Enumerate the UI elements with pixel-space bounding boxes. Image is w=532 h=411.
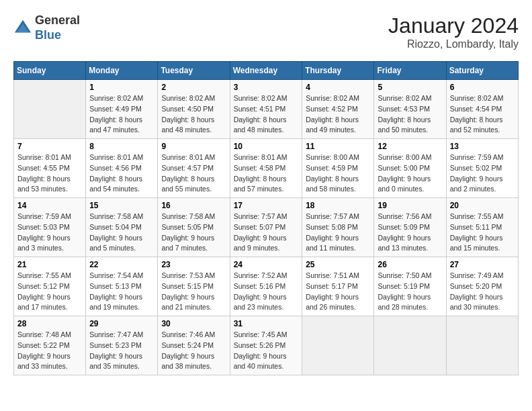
day-number: 31 (234, 319, 299, 328)
day-info: Sunrise: 7:56 AMSunset: 5:09 PMDaylight:… (378, 212, 442, 254)
day-number: 20 (450, 201, 515, 210)
calendar-cell: 22Sunrise: 7:54 AMSunset: 5:13 PMDayligh… (86, 257, 158, 316)
day-info: Sunrise: 7:49 AMSunset: 5:20 PMDaylight:… (450, 271, 515, 313)
day-number: 4 (306, 83, 370, 92)
calendar-cell (446, 316, 518, 375)
day-number: 3 (234, 83, 299, 92)
logo-blue-text: Blue (35, 28, 80, 43)
day-info: Sunrise: 7:57 AMSunset: 5:07 PMDaylight:… (234, 212, 299, 254)
day-number: 1 (89, 83, 154, 92)
calendar-cell (374, 316, 446, 375)
calendar-cell: 11Sunrise: 8:00 AMSunset: 4:59 PMDayligh… (302, 139, 374, 198)
calendar-cell: 18Sunrise: 7:57 AMSunset: 5:08 PMDayligh… (302, 198, 374, 257)
calendar-cell: 24Sunrise: 7:52 AMSunset: 5:16 PMDayligh… (230, 257, 302, 316)
day-number: 15 (89, 201, 154, 210)
calendar-week-4: 21Sunrise: 7:55 AMSunset: 5:12 PMDayligh… (14, 257, 519, 316)
page-header: General Blue January 2024 Riozzo, Lombar… (13, 13, 519, 50)
day-number: 2 (161, 83, 226, 92)
calendar-cell: 5Sunrise: 8:02 AMSunset: 4:53 PMDaylight… (374, 80, 446, 139)
day-number: 23 (161, 260, 226, 269)
calendar-cell: 6Sunrise: 8:02 AMSunset: 4:54 PMDaylight… (446, 80, 518, 139)
day-info: Sunrise: 7:58 AMSunset: 5:04 PMDaylight:… (89, 212, 154, 254)
day-info: Sunrise: 8:00 AMSunset: 5:00 PMDaylight:… (378, 152, 442, 195)
day-number: 24 (234, 260, 299, 269)
calendar-cell: 9Sunrise: 8:01 AMSunset: 4:57 PMDaylight… (158, 139, 230, 198)
day-info: Sunrise: 7:59 AMSunset: 5:03 PMDaylight:… (17, 212, 82, 254)
calendar-cell: 15Sunrise: 7:58 AMSunset: 5:04 PMDayligh… (86, 198, 158, 257)
day-number: 18 (306, 201, 370, 210)
day-number: 30 (161, 319, 226, 328)
calendar-cell: 4Sunrise: 8:02 AMSunset: 4:52 PMDaylight… (302, 80, 374, 139)
day-info: Sunrise: 8:01 AMSunset: 4:55 PMDaylight:… (17, 152, 82, 195)
day-info: Sunrise: 7:45 AMSunset: 5:26 PMDaylight:… (234, 330, 299, 372)
calendar-cell: 12Sunrise: 8:00 AMSunset: 5:00 PMDayligh… (374, 139, 446, 198)
calendar-cell: 19Sunrise: 7:56 AMSunset: 5:09 PMDayligh… (374, 198, 446, 257)
calendar-cell: 31Sunrise: 7:45 AMSunset: 5:26 PMDayligh… (230, 316, 302, 375)
day-number: 12 (378, 142, 442, 151)
day-number: 27 (450, 260, 515, 269)
calendar-cell: 16Sunrise: 7:58 AMSunset: 5:05 PMDayligh… (158, 198, 230, 257)
logo-general-text: General (35, 13, 80, 28)
calendar-cell (302, 316, 374, 375)
day-number: 21 (17, 260, 82, 269)
calendar-header-row: SundayMondayTuesdayWednesdayThursdayFrid… (14, 62, 519, 80)
calendar-week-1: 1Sunrise: 8:02 AMSunset: 4:49 PMDaylight… (14, 80, 519, 139)
calendar-cell: 14Sunrise: 7:59 AMSunset: 5:03 PMDayligh… (14, 198, 86, 257)
day-info: Sunrise: 8:02 AMSunset: 4:54 PMDaylight:… (450, 93, 515, 136)
calendar-header-wednesday: Wednesday (230, 62, 302, 80)
calendar-cell: 10Sunrise: 8:01 AMSunset: 4:58 PMDayligh… (230, 139, 302, 198)
day-info: Sunrise: 7:55 AMSunset: 5:11 PMDaylight:… (450, 212, 515, 254)
day-number: 9 (161, 142, 226, 151)
day-info: Sunrise: 7:58 AMSunset: 5:05 PMDaylight:… (161, 212, 226, 254)
calendar-week-3: 14Sunrise: 7:59 AMSunset: 5:03 PMDayligh… (14, 198, 519, 257)
calendar-cell: 17Sunrise: 7:57 AMSunset: 5:07 PMDayligh… (230, 198, 302, 257)
calendar-header-sunday: Sunday (14, 62, 86, 80)
calendar-cell: 29Sunrise: 7:47 AMSunset: 5:23 PMDayligh… (86, 316, 158, 375)
calendar-cell: 13Sunrise: 7:59 AMSunset: 5:02 PMDayligh… (446, 139, 518, 198)
day-info: Sunrise: 8:02 AMSunset: 4:51 PMDaylight:… (234, 93, 299, 136)
logo: General Blue (13, 13, 80, 42)
day-number: 5 (378, 83, 442, 92)
day-number: 26 (378, 260, 442, 269)
day-info: Sunrise: 7:50 AMSunset: 5:19 PMDaylight:… (378, 271, 442, 313)
calendar-header-friday: Friday (374, 62, 446, 80)
day-number: 16 (161, 201, 226, 210)
calendar-cell: 28Sunrise: 7:48 AMSunset: 5:22 PMDayligh… (14, 316, 86, 375)
calendar-header-thursday: Thursday (302, 62, 374, 80)
calendar-cell: 30Sunrise: 7:46 AMSunset: 5:24 PMDayligh… (158, 316, 230, 375)
day-number: 22 (89, 260, 154, 269)
day-info: Sunrise: 7:47 AMSunset: 5:23 PMDaylight:… (89, 330, 154, 372)
calendar-header-monday: Monday (86, 62, 158, 80)
day-info: Sunrise: 7:55 AMSunset: 5:12 PMDaylight:… (17, 271, 82, 313)
day-info: Sunrise: 7:53 AMSunset: 5:15 PMDaylight:… (161, 271, 226, 313)
day-info: Sunrise: 8:02 AMSunset: 4:53 PMDaylight:… (378, 93, 442, 136)
calendar-week-5: 28Sunrise: 7:48 AMSunset: 5:22 PMDayligh… (14, 316, 519, 375)
day-info: Sunrise: 8:02 AMSunset: 4:50 PMDaylight:… (161, 93, 226, 136)
day-info: Sunrise: 8:01 AMSunset: 4:56 PMDaylight:… (89, 152, 154, 195)
day-info: Sunrise: 7:46 AMSunset: 5:24 PMDaylight:… (161, 330, 226, 372)
page-subtitle: Riozzo, Lombardy, Italy (388, 38, 519, 50)
day-info: Sunrise: 7:51 AMSunset: 5:17 PMDaylight:… (306, 271, 370, 313)
day-number: 25 (306, 260, 370, 269)
calendar-cell: 3Sunrise: 8:02 AMSunset: 4:51 PMDaylight… (230, 80, 302, 139)
day-number: 13 (450, 142, 515, 151)
calendar-header-saturday: Saturday (446, 62, 518, 80)
day-number: 29 (89, 319, 154, 328)
calendar-cell: 2Sunrise: 8:02 AMSunset: 4:50 PMDaylight… (158, 80, 230, 139)
day-info: Sunrise: 8:02 AMSunset: 4:52 PMDaylight:… (306, 93, 370, 136)
page-title: January 2024 (388, 13, 519, 38)
logo-icon (13, 19, 32, 38)
day-info: Sunrise: 8:01 AMSunset: 4:58 PMDaylight:… (234, 152, 299, 195)
day-number: 11 (306, 142, 370, 151)
day-number: 8 (89, 142, 154, 151)
day-number: 14 (17, 201, 82, 210)
calendar-table: SundayMondayTuesdayWednesdayThursdayFrid… (13, 61, 519, 375)
calendar-week-2: 7Sunrise: 8:01 AMSunset: 4:55 PMDaylight… (14, 139, 519, 198)
calendar-cell: 23Sunrise: 7:53 AMSunset: 5:15 PMDayligh… (158, 257, 230, 316)
calendar-cell: 21Sunrise: 7:55 AMSunset: 5:12 PMDayligh… (14, 257, 86, 316)
calendar-cell: 20Sunrise: 7:55 AMSunset: 5:11 PMDayligh… (446, 198, 518, 257)
calendar-cell: 25Sunrise: 7:51 AMSunset: 5:17 PMDayligh… (302, 257, 374, 316)
day-info: Sunrise: 7:54 AMSunset: 5:13 PMDaylight:… (89, 271, 154, 313)
day-number: 17 (234, 201, 299, 210)
day-number: 19 (378, 201, 442, 210)
